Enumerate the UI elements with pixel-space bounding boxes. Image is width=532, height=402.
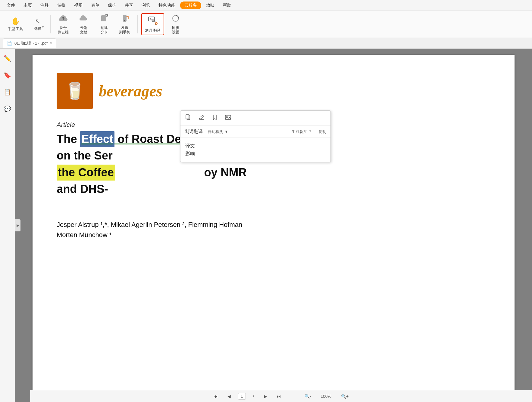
- svg-text:文: 文: [152, 18, 154, 21]
- backup-icon: [59, 14, 67, 24]
- pdf-logo-area: 🥛 beverages: [57, 73, 490, 109]
- menu-cloud[interactable]: 云服务: [180, 2, 201, 9]
- svg-rect-0: [101, 15, 106, 21]
- hand-tool-label: 手型 工具: [8, 27, 23, 31]
- author-text-2: Morten Münchow ¹: [57, 231, 111, 239]
- authors-line1: Jesper Alstrup ¹,*, Mikael Agerlin Peter…: [57, 221, 490, 229]
- popup-translate-bar: 划词翻译 自动检测 ▼ 生成备注 ? 复制: [180, 126, 330, 138]
- tab-filename: 01. 咖1哩（1）.pdf: [14, 41, 48, 46]
- page-separator: /: [251, 393, 257, 400]
- send-phone-button[interactable]: 发送到手机: [116, 12, 134, 36]
- select-icon: ↖: [35, 17, 40, 25]
- bookmark-icon[interactable]: 🔖: [1, 69, 14, 81]
- create-share-label: 创建分享: [101, 26, 108, 34]
- menu-browse[interactable]: 浏览: [138, 2, 154, 9]
- main-area: ✏️ 🔖 📋 💬 ▶ 🥛 beverages Article The Ef: [0, 49, 532, 402]
- title-line3-ellipsis: [115, 165, 204, 180]
- pdf-page: 🥛 beverages Article The Effect of Roast …: [33, 55, 515, 402]
- prev-page-button[interactable]: ◀: [225, 393, 233, 400]
- select-tool-button[interactable]: ↖ 选择 ▼: [29, 16, 47, 32]
- popup-detect-button[interactable]: 自动检测 ▼: [208, 129, 228, 135]
- journal-logo: 🥛: [57, 73, 93, 109]
- zoom-out-button[interactable]: 🔍-: [302, 393, 314, 400]
- sync-button[interactable]: 同步设置: [167, 12, 185, 36]
- first-page-button[interactable]: ⏮: [211, 393, 220, 400]
- popup-translation-area: 译文 影响: [180, 138, 330, 162]
- menu-protect[interactable]: 保护: [104, 2, 120, 9]
- popup-copy-button[interactable]: 复制: [318, 129, 326, 135]
- popup-detect-label: 自动检测: [208, 129, 223, 135]
- select-tool-label: 选择: [34, 26, 41, 31]
- popup-edit-icon[interactable]: [197, 113, 206, 123]
- menu-file[interactable]: 文件: [3, 2, 19, 9]
- cloud-doc-icon: [80, 14, 88, 24]
- context-popup: 划词翻译 自动检测 ▼ 生成备注 ? 复制 译文 影响: [180, 110, 331, 162]
- menu-annotate[interactable]: 注释: [37, 2, 52, 9]
- translate-button[interactable]: A 文 划词 翻译: [141, 13, 164, 35]
- left-sidebar: ✏️ 🔖 📋 💬: [0, 49, 15, 402]
- menu-bar: 文件 主页 注释 转换 视图 表单 保护 共享 浏览 特色功能 云服务 放映 帮…: [0, 0, 532, 11]
- sync-label: 同步设置: [172, 26, 179, 34]
- svg-rect-10: [225, 115, 231, 119]
- popup-help-icon[interactable]: ?: [309, 129, 311, 134]
- backup-button[interactable]: 备份到云端: [54, 12, 72, 36]
- last-page-button[interactable]: ⏭: [274, 393, 283, 400]
- journal-name: beverages: [99, 82, 162, 100]
- bottom-bar: ⏮ ◀ 1 / ▶ ⏭ 🔍- 100% 🔍+: [30, 390, 532, 402]
- svg-text:A: A: [150, 18, 152, 21]
- menu-share[interactable]: 共享: [121, 2, 137, 9]
- logo-icon: 🥛: [64, 81, 85, 101]
- send-phone-label: 发送到手机: [119, 26, 130, 34]
- translation-line1: 译文: [185, 142, 326, 150]
- cloud-doc-label: 云端文档: [80, 26, 87, 34]
- menu-home[interactable]: 主页: [20, 2, 36, 9]
- send-phone-icon: [120, 14, 129, 24]
- popup-note-button[interactable]: 生成备注 ?: [292, 129, 311, 135]
- collapse-arrow[interactable]: ▶: [15, 219, 20, 231]
- tab-bar: 📄 01. 咖1哩（1）.pdf ×: [0, 38, 532, 49]
- translate-label: 划词 翻译: [145, 28, 160, 32]
- page-number-input[interactable]: 1: [238, 393, 246, 400]
- zoom-level: 100%: [318, 393, 334, 400]
- popup-translate-title: 划词翻译: [185, 129, 203, 135]
- popup-copy-icon[interactable]: [184, 113, 192, 123]
- pages-icon[interactable]: 📋: [1, 86, 14, 98]
- translation-line2: 影响: [185, 150, 326, 158]
- backup-label: 备份到云端: [58, 26, 69, 34]
- svg-point-2: [124, 20, 125, 21]
- tab-close-button[interactable]: ×: [50, 41, 52, 45]
- title-the: The: [57, 132, 80, 147]
- toolbar: ✋ 手型 工具 ↖ 选择 ▼ 备份到云端 云端文档 创建分享 发送到手机: [0, 11, 532, 38]
- menu-features[interactable]: 特色功能: [155, 2, 179, 9]
- popup-toolbar: [180, 111, 330, 126]
- title-effect-highlighted: Effect: [80, 131, 114, 147]
- menu-view[interactable]: 视图: [70, 2, 86, 9]
- menu-form[interactable]: 表单: [87, 2, 103, 9]
- create-share-icon: [100, 14, 108, 24]
- create-share-button[interactable]: 创建分享: [95, 12, 113, 36]
- popup-image-icon[interactable]: [224, 113, 232, 123]
- comment-icon[interactable]: 💬: [1, 103, 14, 115]
- svg-rect-9: [186, 115, 189, 119]
- authors-line2: Morten Münchow ¹: [57, 231, 490, 239]
- menu-present[interactable]: 放映: [202, 2, 218, 9]
- next-page-button[interactable]: ▶: [261, 393, 270, 400]
- pdf-area: ▶ 🥛 beverages Article The Effect of Roas…: [15, 49, 532, 402]
- translate-icon: A 文: [148, 16, 158, 27]
- title-line2-start: on the Ser: [57, 148, 113, 163]
- hand-tool-button[interactable]: ✋ 手型 工具: [5, 15, 26, 33]
- popup-note-label: 生成备注: [292, 129, 307, 135]
- title-line3-start: the Coffee: [57, 165, 115, 181]
- sync-icon: [171, 14, 180, 24]
- toolbar-divider-1: [50, 15, 51, 33]
- menu-help[interactable]: 帮助: [219, 2, 235, 9]
- document-tab[interactable]: 📄 01. 咖1哩（1）.pdf ×: [3, 39, 56, 48]
- zoom-in-button[interactable]: 🔍+: [339, 393, 351, 400]
- hand-icon: ✋: [11, 17, 20, 26]
- pencil-icon[interactable]: ✏️: [1, 52, 14, 64]
- popup-bookmark-icon[interactable]: [211, 113, 219, 123]
- author-text-1: Jesper Alstrup ¹,*, Mikael Agerlin Peter…: [57, 221, 242, 228]
- cloud-doc-button[interactable]: 云端文档: [75, 12, 93, 36]
- menu-convert[interactable]: 转换: [54, 2, 69, 9]
- title-line3-end: oy NMR: [204, 165, 246, 180]
